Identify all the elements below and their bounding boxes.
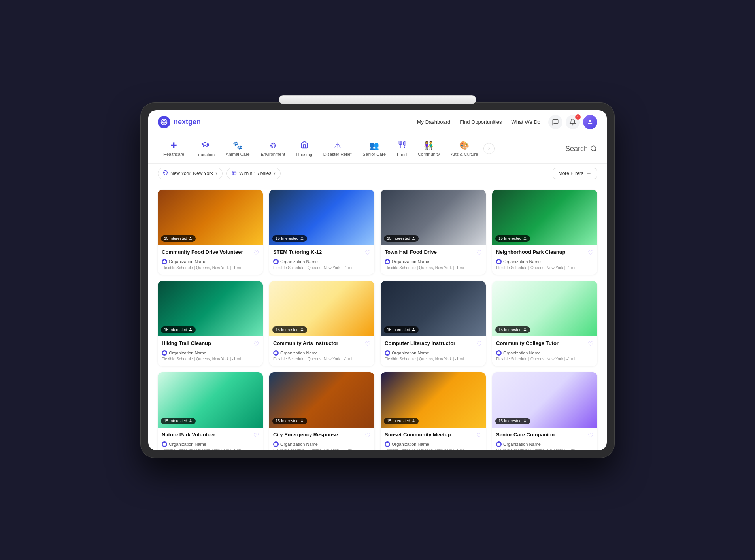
favorite-icon[interactable]: ♡ bbox=[476, 432, 482, 439]
card-title: Sunset Community Meetup bbox=[385, 432, 451, 438]
org-icon bbox=[273, 259, 279, 264]
chat-button[interactable] bbox=[548, 115, 562, 129]
card-title: City Emergency Response bbox=[273, 432, 338, 438]
org-name: Organization Name bbox=[169, 259, 206, 264]
card-details: Flexible Schedule | Queens, New York | -… bbox=[162, 266, 259, 270]
card-image: 15 Interested bbox=[381, 372, 486, 428]
category-education[interactable]: Education bbox=[190, 138, 220, 159]
nav-find-opportunities[interactable]: Find Opportunities bbox=[460, 119, 502, 125]
header-icons: 1 bbox=[548, 115, 597, 129]
disaster-relief-icon: ⚠ bbox=[334, 141, 341, 150]
svg-point-5 bbox=[165, 172, 166, 173]
opportunity-card[interactable]: 15 Interested Community Food Drive Volun… bbox=[158, 190, 263, 275]
category-community[interactable]: 👫 Community bbox=[412, 138, 445, 159]
category-environment[interactable]: ♻ Environment bbox=[255, 138, 291, 159]
opportunity-card[interactable]: 15 Interested Computer Literacy Instruct… bbox=[381, 281, 486, 366]
org-icon bbox=[385, 350, 390, 356]
app-name: nextgen bbox=[174, 118, 201, 126]
org-name: Organization Name bbox=[280, 442, 318, 447]
opportunity-card[interactable]: 15 Interested Sunset Community Meetup ♡ … bbox=[381, 372, 486, 450]
category-housing[interactable]: Housing bbox=[291, 138, 317, 159]
card-title-row: STEM Tutoring K-12 ♡ bbox=[273, 249, 370, 256]
distance-filter-label: Within 15 Miles bbox=[239, 171, 271, 176]
location-chevron-icon: ▾ bbox=[215, 171, 217, 175]
opportunity-card[interactable]: 15 Interested STEM Tutoring K-12 ♡ Organ… bbox=[269, 190, 374, 275]
notifications-button[interactable]: 1 bbox=[566, 115, 580, 129]
favorite-icon[interactable]: ♡ bbox=[365, 249, 370, 256]
org-icon bbox=[273, 350, 279, 356]
card-details: Flexible Schedule | Queens, New York | -… bbox=[273, 448, 370, 450]
interested-badge: 15 Interested bbox=[495, 235, 530, 242]
svg-point-2 bbox=[589, 120, 591, 122]
favorite-icon[interactable]: ♡ bbox=[253, 340, 259, 348]
card-body: Neighborhood Park Cleanup ♡ Organization… bbox=[492, 245, 597, 275]
opportunity-card[interactable]: 15 Interested Hiking Trail Cleanup ♡ Org… bbox=[158, 281, 263, 366]
favorite-icon[interactable]: ♡ bbox=[476, 340, 482, 348]
card-image: 15 Interested bbox=[269, 372, 374, 428]
favorite-icon[interactable]: ♡ bbox=[476, 249, 482, 256]
opportunity-card[interactable]: 15 Interested Community Arts Instructor … bbox=[269, 281, 374, 366]
favorite-icon[interactable]: ♡ bbox=[588, 432, 593, 439]
category-disaster-relief[interactable]: ⚠ Disaster Relief bbox=[318, 138, 357, 159]
category-healthcare[interactable]: ✚ Healthcare bbox=[158, 138, 190, 159]
user-avatar[interactable] bbox=[583, 115, 597, 129]
opportunity-card[interactable]: 15 Interested Community College Tutor ♡ … bbox=[492, 281, 597, 366]
org-icon bbox=[162, 259, 167, 264]
card-title: Town Hall Food Drive bbox=[385, 249, 437, 256]
category-senior-care[interactable]: 👥 Senior Care bbox=[357, 138, 391, 159]
card-body: Community Arts Instructor ♡ Organization… bbox=[269, 336, 374, 366]
org-icon bbox=[496, 441, 502, 447]
favorite-icon[interactable]: ♡ bbox=[588, 249, 593, 256]
housing-icon bbox=[300, 141, 308, 151]
favorite-icon[interactable]: ♡ bbox=[365, 340, 370, 348]
food-label: Food bbox=[397, 152, 407, 157]
nav-what-we-do[interactable]: What We Do bbox=[512, 119, 540, 125]
senior-care-label: Senior Care bbox=[362, 152, 386, 156]
svg-point-28 bbox=[302, 419, 303, 420]
card-details: Flexible Schedule | Queens, New York | -… bbox=[496, 357, 593, 361]
cards-grid: 15 Interested Community Food Drive Volun… bbox=[158, 190, 597, 450]
card-image: 15 Interested bbox=[381, 190, 486, 245]
svg-point-12 bbox=[302, 237, 303, 238]
category-nav-next[interactable]: › bbox=[483, 143, 495, 154]
opportunity-card[interactable]: 15 Interested Senior Care Companion ♡ Or… bbox=[492, 372, 597, 450]
card-body: Town Hall Food Drive ♡ Organization Name… bbox=[381, 245, 486, 275]
card-title-row: Computer Literacy Instructor ♡ bbox=[385, 340, 482, 348]
opportunity-card[interactable]: 15 Interested Nature Park Volunteer ♡ Or… bbox=[158, 372, 263, 450]
card-title-row: Community Food Drive Volunteer ♡ bbox=[162, 249, 259, 256]
favorite-icon[interactable]: ♡ bbox=[253, 249, 259, 256]
category-food[interactable]: Food bbox=[391, 138, 412, 159]
svg-point-20 bbox=[302, 328, 303, 329]
distance-filter[interactable]: Within 15 Miles ▾ bbox=[226, 168, 281, 179]
opportunity-card[interactable]: 15 Interested City Emergency Response ♡ … bbox=[269, 372, 374, 450]
favorite-icon[interactable]: ♡ bbox=[253, 432, 259, 439]
card-details: Flexible Schedule | Queens, New York | -… bbox=[162, 448, 259, 450]
filters-bar: New York, New York ▾ Within 15 Miles ▾ M… bbox=[148, 164, 607, 183]
opportunity-card[interactable]: 15 Interested Town Hall Food Drive ♡ Org… bbox=[381, 190, 486, 275]
search-button[interactable]: Search bbox=[565, 145, 597, 153]
card-org: Organization Name bbox=[385, 350, 482, 356]
org-name: Organization Name bbox=[280, 259, 318, 264]
org-name: Organization Name bbox=[169, 442, 206, 447]
category-animal-care[interactable]: 🐾 Animal Care bbox=[220, 138, 255, 159]
more-filters-button[interactable]: More Filters bbox=[553, 168, 597, 179]
favorite-icon[interactable]: ♡ bbox=[365, 432, 370, 439]
card-details: Flexible Schedule | Queens, New York | -… bbox=[496, 266, 593, 270]
favorite-icon[interactable]: ♡ bbox=[588, 340, 593, 348]
svg-point-16 bbox=[525, 237, 526, 238]
interested-badge: 15 Interested bbox=[161, 235, 196, 242]
disaster-relief-label: Disaster Relief bbox=[323, 152, 352, 156]
card-details: Flexible Schedule | Queens, New York | -… bbox=[385, 357, 482, 361]
nav-dashboard[interactable]: My Dashboard bbox=[417, 119, 451, 125]
card-org: Organization Name bbox=[385, 259, 482, 264]
healthcare-icon: ✚ bbox=[170, 141, 177, 150]
opportunity-card[interactable]: 15 Interested Neighborhood Park Cleanup … bbox=[492, 190, 597, 275]
org-name: Organization Name bbox=[503, 259, 541, 264]
more-filters-label: More Filters bbox=[559, 171, 583, 176]
location-filter[interactable]: New York, New York ▾ bbox=[158, 168, 223, 179]
card-details: Flexible Schedule | Queens, New York | -… bbox=[385, 266, 482, 270]
logo-area[interactable]: nextgen bbox=[158, 116, 201, 128]
card-details: Flexible Schedule | Queens, New York | -… bbox=[385, 448, 482, 450]
interested-badge: 15 Interested bbox=[384, 418, 419, 424]
category-arts-culture[interactable]: 🎨 Arts & Culture bbox=[445, 138, 483, 159]
